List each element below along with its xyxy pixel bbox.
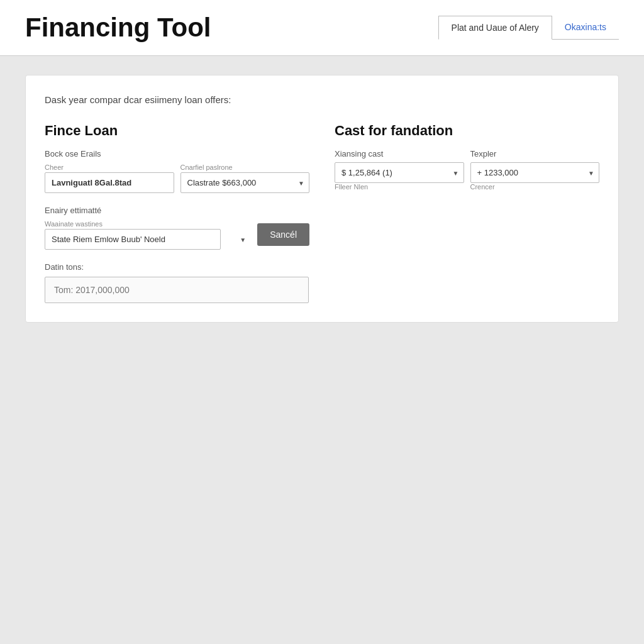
equity-dropdown-wrapper: Waainate wastines State Riem Emlow Buub'… — [45, 219, 251, 250]
loan-placeholder: Cnarfiel paslrone — [180, 162, 310, 172]
tab-plan[interactable]: Plat and Uaue of Alery — [438, 16, 552, 40]
car-input[interactable] — [45, 172, 174, 193]
equity-label: Enairy ettimatté — [45, 206, 309, 215]
financing-select[interactable]: $ 1,25,864 (1) — [335, 162, 464, 183]
right-section-title: Cast for fandation — [335, 123, 599, 139]
right-column: Cast for fandation Xiansing cast $ 1,25,… — [335, 123, 599, 303]
taxpler-select[interactable]: + 1233,000 — [470, 162, 600, 183]
main-card: Dask year compar dcar esiimeny loan offe… — [25, 75, 619, 323]
left-column: Fince Loan Bock ose Erails Cheer Cnarfie… — [45, 123, 309, 303]
financing-group: Xiansing cast $ 1,25,864 (1) ▼ Flleer Nl… — [335, 149, 464, 191]
page-title: Financing Tool — [25, 13, 211, 43]
equity-select[interactable]: State Riem Emlow Buub' Noeld — [45, 229, 221, 250]
taxpler-group: Texpler + 1233,000 ▼ Crencer — [470, 149, 600, 191]
header: Financing Tool Plat and Uaue of Alery Ok… — [0, 0, 644, 56]
tab-charting[interactable]: Okaxina:ts — [552, 16, 619, 40]
taxpler-sub: Crencer — [470, 183, 600, 191]
two-column-layout: Fince Loan Bock ose Erails Cheer Cnarfie… — [45, 123, 599, 303]
book-label: Bock ose Erails — [45, 149, 309, 158]
loan-select[interactable]: Clastrate $663,000 — [180, 172, 310, 193]
equity-row: Waainate wastines State Riem Emlow Buub'… — [45, 219, 309, 250]
taxpler-label: Texpler — [470, 149, 600, 158]
search-button[interactable]: Sancél — [257, 223, 309, 246]
car-placeholder: Cheer — [45, 162, 174, 172]
car-loan-row: Cheer Cnarfiel paslrone Clastrate $663,0… — [45, 162, 309, 193]
car-field-wrapper: Cheer — [45, 162, 174, 193]
equity-placeholder: Waainate wastines — [45, 219, 251, 229]
financing-row: Xiansing cast $ 1,25,864 (1) ▼ Flleer Nl… — [335, 149, 599, 191]
main-content: Dask year compar dcar esiimeny loan offe… — [0, 56, 644, 341]
equity-section: Enairy ettimatté Waainate wastines State… — [45, 206, 309, 250]
datin-label: Datin tons: — [45, 262, 309, 272]
datin-section: Datin tons: — [45, 262, 309, 303]
financing-label: Xiansing cast — [335, 149, 464, 158]
datin-input[interactable] — [45, 277, 309, 303]
card-subtitle: Dask year compar dcar esiimeny loan offe… — [45, 94, 599, 105]
financing-sub: Flleer Nlen — [335, 183, 464, 191]
loan-field-wrapper: Cnarfiel paslrone Clastrate $663,000 ▼ — [180, 162, 310, 193]
left-section-title: Fince Loan — [45, 123, 309, 139]
header-tabs: Plat and Uaue of Alery Okaxina:ts — [438, 16, 619, 40]
equity-select-arrow: ▼ — [240, 236, 246, 243]
